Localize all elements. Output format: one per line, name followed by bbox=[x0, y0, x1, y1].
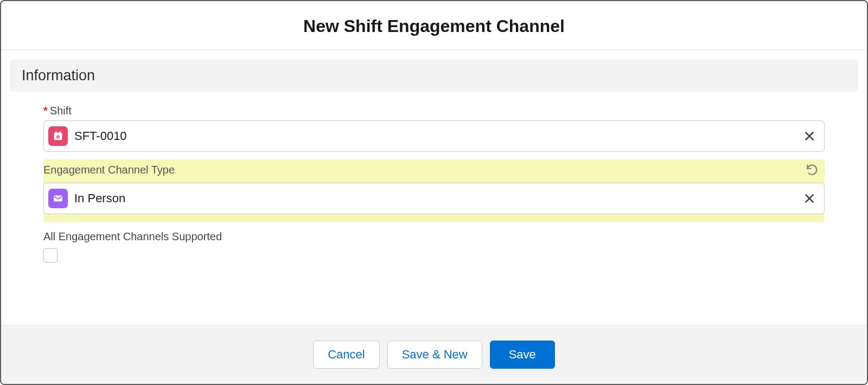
save-button[interactable]: Save bbox=[490, 341, 555, 369]
all-supported-checkbox[interactable] bbox=[43, 248, 58, 262]
clear-engagement-icon[interactable] bbox=[802, 191, 816, 206]
field-all-supported: All Engagement Channels Supported bbox=[10, 225, 858, 262]
svg-rect-2 bbox=[60, 131, 61, 133]
dialog-title: New Shift Engagement Channel bbox=[14, 16, 854, 36]
engagement-lookup-value: In Person bbox=[74, 191, 796, 206]
section-heading-information: Information bbox=[10, 60, 858, 92]
shift-lookup-input[interactable]: SFT-0010 bbox=[43, 120, 825, 152]
clear-shift-icon[interactable] bbox=[802, 129, 816, 143]
field-all-supported-label: All Engagement Channels Supported bbox=[43, 230, 825, 243]
mail-icon bbox=[48, 189, 68, 208]
calendar-icon bbox=[48, 126, 68, 146]
field-engagement-highlight: Engagement Channel Type In Person bbox=[43, 159, 825, 222]
shift-lookup-value: SFT-0010 bbox=[74, 129, 796, 143]
dialog-footer: Cancel Save & New Save bbox=[1, 325, 867, 384]
new-shift-engagement-dialog: New Shift Engagement Channel Information… bbox=[0, 0, 868, 385]
undo-icon[interactable] bbox=[805, 163, 819, 177]
svg-rect-1 bbox=[55, 131, 56, 133]
field-engagement-label: Engagement Channel Type bbox=[43, 164, 825, 179]
save-and-new-button[interactable]: Save & New bbox=[387, 341, 482, 369]
field-shift-label: * Shift bbox=[43, 105, 825, 117]
field-shift: * Shift SFT-0010 bbox=[10, 101, 858, 156]
engagement-lookup-input[interactable]: In Person bbox=[43, 183, 825, 214]
svg-point-4 bbox=[58, 136, 59, 137]
dialog-header: New Shift Engagement Channel bbox=[1, 1, 867, 50]
cancel-button[interactable]: Cancel bbox=[313, 341, 379, 369]
required-mark: * bbox=[43, 105, 48, 117]
dialog-body: Information * Shift SFT-0010 bbox=[1, 50, 867, 325]
field-shift-label-text: Shift bbox=[50, 105, 72, 117]
